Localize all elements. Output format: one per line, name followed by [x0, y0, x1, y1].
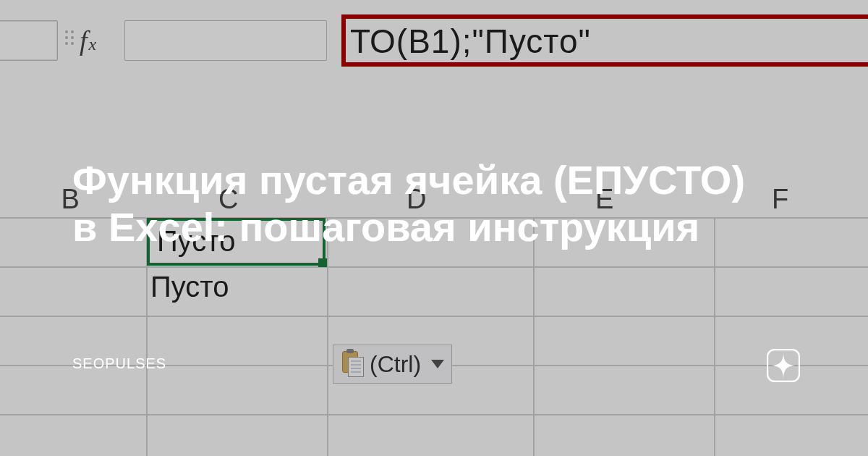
col-header-d[interactable]: D — [316, 181, 516, 217]
col-header-e[interactable]: E — [516, 181, 692, 217]
active-cell-value: Пусто — [150, 221, 323, 258]
paste-options-button[interactable]: (Ctrl) — [333, 345, 452, 384]
fx-f: f — [80, 25, 88, 56]
formula-text: ТО(B1);"Пусто" — [350, 22, 591, 61]
active-cell[interactable]: Пусто — [147, 218, 326, 266]
canvas: f x ТО(B1);"Пусто" B C D E F Пусто Пусто… — [0, 0, 868, 456]
column-headers: B C D E F — [0, 181, 868, 217]
fx-button[interactable]: f x — [80, 25, 116, 56]
grid-vline — [533, 217, 535, 456]
grid-vline — [327, 217, 328, 456]
grid-row — [0, 266, 868, 316]
grid-vline — [714, 217, 715, 456]
fx-x: x — [89, 35, 97, 54]
grid-row — [0, 414, 868, 456]
chevron-down-icon — [431, 360, 444, 368]
col-header-c[interactable]: C — [140, 181, 316, 217]
formula-input[interactable] — [124, 20, 327, 61]
grid[interactable] — [0, 217, 868, 456]
col-header-b[interactable]: B — [0, 181, 140, 217]
fill-handle[interactable] — [318, 258, 327, 267]
grid-row — [0, 217, 868, 266]
drag-handle-icon[interactable] — [65, 30, 74, 51]
clipboard-icon — [341, 351, 364, 377]
paste-label: (Ctrl) — [370, 351, 421, 378]
formula-bar: f x ТО(B1);"Пусто" — [0, 20, 868, 78]
col-header-f[interactable]: F — [692, 181, 868, 217]
name-box[interactable] — [0, 20, 58, 61]
svg-marker-0 — [431, 360, 444, 368]
cell-c2[interactable]: Пусто — [150, 271, 229, 303]
